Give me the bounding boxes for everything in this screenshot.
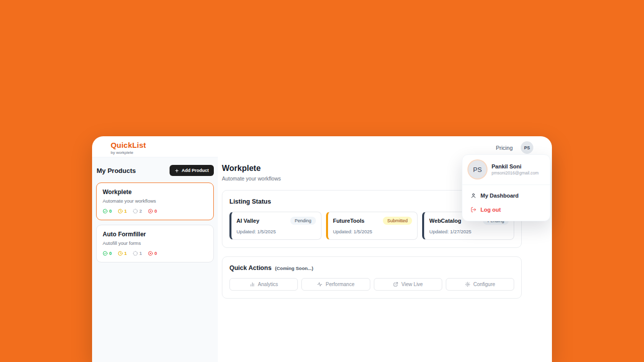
- quick-actions-panel: Quick Actions (Coming Soon...) Analytics…: [222, 256, 522, 299]
- listing-name: AI Valley: [236, 218, 259, 224]
- app-logo-byline: by workplete: [111, 150, 146, 155]
- avatar: PS: [468, 160, 487, 178]
- product-description: Autofill your forms: [103, 240, 207, 246]
- menu-item-log-out[interactable]: Log out: [462, 203, 550, 217]
- menu-item-my-dashboard[interactable]: My Dashboard: [462, 189, 550, 203]
- stat-pending: 1: [118, 209, 127, 214]
- stat-approved: 0: [103, 209, 112, 214]
- add-product-label: Add Product: [182, 168, 209, 173]
- quick-actions-title: Quick Actions: [229, 264, 272, 272]
- gear-icon: [465, 282, 470, 287]
- configure-label: Configure: [473, 282, 495, 287]
- check-circle-icon: [103, 251, 108, 256]
- clock-icon: [118, 251, 123, 256]
- header-actions: Pricing PS: [496, 141, 533, 154]
- app-header: QuickList by workplete Pricing PS: [92, 136, 552, 157]
- add-product-button[interactable]: Add Product: [170, 165, 214, 176]
- coming-soon-note: (Coming Soon...): [275, 265, 313, 271]
- product-stats: 0 1 1 0: [103, 251, 207, 256]
- status-badge: Submitted: [383, 217, 413, 225]
- view-live-button[interactable]: View Live: [374, 278, 442, 291]
- x-circle-icon: [148, 209, 153, 214]
- stat-draft: 2: [133, 209, 142, 214]
- dashed-circle-icon: [133, 251, 138, 256]
- product-name: Workplete: [103, 189, 207, 196]
- listing-name: FutureTools: [333, 218, 365, 224]
- stat-rejected: 0: [148, 251, 157, 256]
- bar-chart-icon: [250, 282, 255, 287]
- logout-icon: [470, 207, 476, 213]
- analytics-button[interactable]: Analytics: [229, 278, 298, 291]
- products-sidebar: My Products Add Product Workplete Automa…: [92, 157, 218, 362]
- user-avatar-button[interactable]: PS: [521, 141, 533, 154]
- user-email: pmsoni2016@gmail.com: [492, 170, 539, 175]
- clock-icon: [118, 209, 123, 214]
- product-description: Automate your workflows: [103, 198, 207, 204]
- performance-label: Performance: [326, 282, 354, 287]
- listing-updated: Updated: 1/5/2025: [236, 229, 316, 234]
- listing-updated: Updated: 1/27/2025: [429, 229, 509, 234]
- product-card-workplete[interactable]: Workplete Automate your workflows 0 1 2: [96, 183, 214, 220]
- check-circle-icon: [103, 209, 108, 214]
- product-card-auto-formfiller[interactable]: Auto Formfiller Autofill your forms 0 1 …: [96, 225, 214, 262]
- menu-item-label: Log out: [480, 207, 501, 213]
- app-logo-text: QuickList: [111, 141, 146, 149]
- external-link-icon: [393, 282, 398, 287]
- dashed-circle-icon: [133, 209, 138, 214]
- status-badge: Pending: [290, 217, 316, 225]
- product-stats: 0 1 2 0: [103, 209, 207, 214]
- menu-item-label: My Dashboard: [480, 193, 519, 199]
- listing-card-futuretools[interactable]: FutureTools Submitted Updated: 1/5/2025: [326, 212, 418, 240]
- user-icon: [470, 193, 476, 199]
- listing-updated: Updated: 1/5/2025: [333, 229, 413, 234]
- activity-icon: [317, 282, 323, 287]
- listing-status-title: Listing Status: [229, 198, 271, 205]
- configure-button[interactable]: Configure: [446, 278, 514, 291]
- stat-approved: 0: [103, 251, 112, 256]
- stat-pending: 1: [118, 251, 127, 256]
- pricing-link[interactable]: Pricing: [496, 145, 513, 151]
- performance-button[interactable]: Performance: [301, 278, 370, 291]
- stat-rejected: 0: [148, 209, 157, 214]
- plus-icon: [175, 168, 179, 173]
- listing-card-ai-valley[interactable]: AI Valley Pending Updated: 1/5/2025: [229, 212, 321, 240]
- analytics-label: Analytics: [258, 282, 278, 287]
- listing-name: WebCatalog: [429, 218, 461, 224]
- product-name: Auto Formfiller: [103, 231, 207, 238]
- view-live-label: View Live: [401, 282, 423, 287]
- stat-draft: 1: [133, 251, 142, 256]
- user-menu-profile: PS Pankil Soni pmsoni2016@gmail.com: [462, 155, 550, 184]
- sidebar-title: My Products: [97, 167, 136, 174]
- user-name: Pankil Soni: [492, 163, 539, 169]
- app-logo: QuickList by workplete: [111, 141, 146, 155]
- user-menu-dropdown: PS Pankil Soni pmsoni2016@gmail.com My D…: [462, 154, 550, 221]
- menu-divider: [462, 185, 550, 185]
- x-circle-icon: [148, 251, 153, 256]
- app-window: QuickList by workplete Pricing PS My Pro…: [92, 136, 552, 362]
